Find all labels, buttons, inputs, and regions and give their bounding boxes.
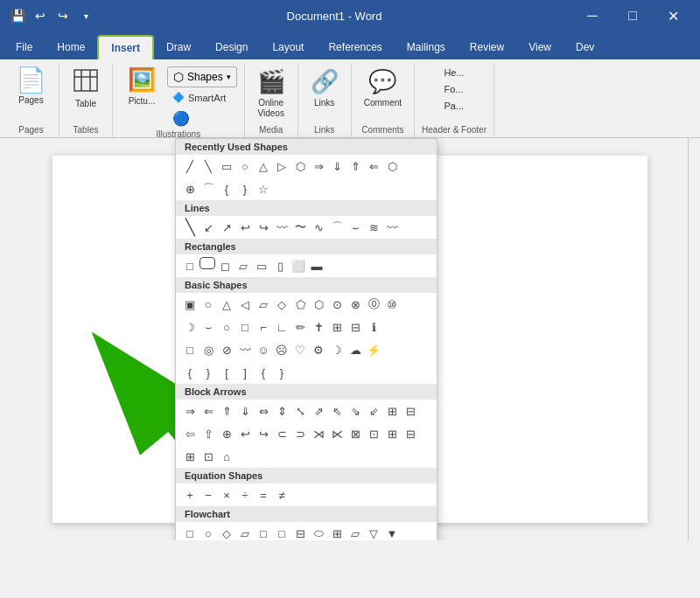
basic-frame[interactable]: ▣ (181, 296, 199, 313)
page-number-button[interactable]: Pa... (438, 98, 469, 114)
maximize-button[interactable]: □ (612, 0, 653, 31)
block-b7[interactable]: ⋉ (328, 425, 346, 442)
online-videos-button[interactable]: 🎬 OnlineVideos (252, 65, 290, 122)
basic-bracket-l[interactable]: [ (218, 364, 235, 381)
rect-tall[interactable]: ▯ (271, 257, 289, 275)
line-sine[interactable]: ∿ (310, 219, 327, 236)
basic-pent[interactable]: ⬠ (291, 296, 309, 313)
flow-rect[interactable]: □ (181, 525, 199, 540)
shape-bracket-r[interactable]: } (236, 180, 254, 198)
table-button[interactable]: Table (66, 65, 105, 113)
block-b3[interactable]: ↪ (255, 425, 272, 442)
flow-plus[interactable]: ⊞ (328, 525, 346, 540)
block-str-u[interactable]: ⇧ (200, 425, 217, 442)
block-c2[interactable]: ⊡ (200, 448, 217, 465)
basic-12[interactable]: ⑩ (383, 296, 401, 313)
basic-moon[interactable]: ☽ (181, 318, 199, 336)
shape-diag[interactable]: ╲ (200, 157, 217, 175)
line-wave[interactable]: 〰 (273, 219, 290, 236)
rect-para[interactable]: ▱ (234, 257, 252, 275)
flow-strip[interactable]: ▱ (346, 525, 364, 540)
basic-oval[interactable]: ○ (218, 318, 235, 336)
block-6[interactable]: ⊟ (402, 402, 419, 420)
basic-bracket2-l[interactable]: { (255, 364, 272, 381)
tab-design[interactable]: Design (203, 35, 260, 59)
basic-arc[interactable]: ⌣ (200, 318, 217, 336)
line-curve2[interactable]: ↪ (255, 219, 272, 236)
line-straight[interactable]: ╲ (181, 219, 199, 236)
basic-plus[interactable]: ⊞ (328, 318, 346, 336)
block-dl[interactable]: ⇙ (365, 402, 382, 420)
flow-rect2[interactable]: □ (255, 525, 272, 540)
shape-oval[interactable]: ○ (236, 157, 254, 175)
basic-sq2[interactable]: □ (181, 341, 199, 358)
line-arc2[interactable]: ⌒ (328, 219, 346, 236)
customize-qat-button[interactable]: ▾ (75, 5, 96, 26)
basic-no[interactable]: ⊘ (218, 341, 235, 358)
basic-heart[interactable]: ♡ (291, 341, 309, 358)
flow-tape[interactable]: ⊟ (291, 525, 309, 540)
block-b11[interactable]: ⊟ (402, 425, 419, 442)
block-ur[interactable]: ⇗ (310, 402, 327, 420)
tab-view[interactable]: View (516, 35, 564, 59)
basic-bracket-r[interactable]: ] (236, 364, 254, 381)
block-c3[interactable]: ⌂ (218, 448, 235, 465)
basic-pencil[interactable]: ✏ (291, 318, 309, 336)
line-dotted[interactable]: ≋ (365, 219, 382, 236)
undo-button[interactable]: ↩ (30, 5, 51, 26)
bing-button[interactable]: 🔵 (167, 108, 237, 129)
shape-arc[interactable]: ⌒ (200, 180, 217, 198)
flow-para[interactable]: ▱ (236, 525, 254, 540)
smartart-button[interactable]: 🔷 SmartArt (167, 89, 237, 106)
pages-button[interactable]: 📄 Pages (10, 65, 52, 109)
shape-uarrow[interactable]: ⇑ (346, 157, 364, 175)
shape-larrow[interactable]: ⇐ (365, 157, 382, 175)
tab-dev[interactable]: Dev (564, 35, 606, 59)
tab-draw[interactable]: Draw (154, 35, 203, 59)
tab-review[interactable]: Review (458, 35, 516, 59)
basic-l[interactable]: ⌐ (255, 318, 272, 336)
basic-para[interactable]: ▱ (255, 296, 272, 313)
basic-angle[interactable]: ∟ (273, 318, 290, 336)
comment-button[interactable]: 💬 Comment (359, 65, 407, 112)
eq-minus[interactable]: − (200, 486, 217, 504)
shape-rtri[interactable]: ▷ (273, 157, 290, 175)
flow-inv-tri[interactable]: ▽ (365, 525, 382, 540)
block-b9[interactable]: ⊡ (365, 425, 382, 442)
shape-rarrow[interactable]: ⇒ (310, 157, 327, 175)
basic-crescent[interactable]: ☽ (328, 341, 346, 358)
basic-gear[interactable]: ⚙ (310, 341, 327, 358)
header-button[interactable]: He... (438, 65, 469, 80)
block-b1[interactable]: ⊕ (218, 425, 235, 442)
shape-rect[interactable]: ▭ (218, 157, 235, 175)
block-b5[interactable]: ⊃ (291, 425, 309, 442)
block-u[interactable]: ⇑ (218, 402, 235, 420)
rect-dbl[interactable]: ⬜ (290, 257, 307, 275)
pictures-button[interactable]: 🖼️ Pictu... (120, 65, 164, 110)
shape-line[interactable]: ╱ (181, 157, 199, 175)
tab-file[interactable]: File (4, 35, 45, 59)
block-l[interactable]: ⇐ (200, 402, 217, 420)
basic-rect2[interactable]: □ (236, 318, 254, 336)
block-str-l[interactable]: ⇦ (181, 425, 199, 442)
flow-rect3[interactable]: □ (273, 525, 290, 540)
line-angle1[interactable]: ↙ (200, 219, 217, 236)
basic-dec[interactable]: ⓪ (365, 296, 382, 313)
save-button[interactable]: 💾 (7, 5, 28, 26)
basic-cross[interactable]: ✝ (310, 318, 327, 336)
flow-inv-tri2[interactable]: ▼ (383, 525, 401, 540)
basic-minus[interactable]: ⊟ (346, 318, 364, 336)
line-dots[interactable]: 〰 (383, 219, 401, 236)
block-lr[interactable]: ⇔ (255, 402, 272, 420)
vertical-scrollbar[interactable] (688, 138, 700, 540)
basic-circle[interactable]: ○ (200, 296, 217, 313)
eq-equals[interactable]: = (255, 486, 272, 504)
block-diag[interactable]: ⤡ (291, 402, 309, 420)
block-b2[interactable]: ↩ (236, 425, 254, 442)
basic-hept[interactable]: ⊙ (328, 296, 346, 313)
shape-bracket-l[interactable]: { (218, 180, 235, 198)
eq-div[interactable]: ÷ (236, 486, 254, 504)
rect-square[interactable]: □ (181, 257, 199, 275)
basic-tri[interactable]: △ (218, 296, 235, 313)
shape-cross[interactable]: ⊕ (181, 180, 199, 198)
